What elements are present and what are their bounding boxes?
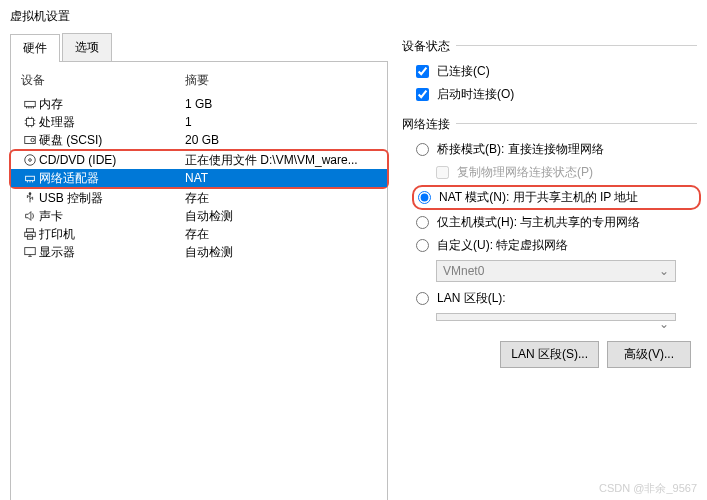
svg-point-18	[29, 159, 32, 162]
device-summary: 1	[185, 115, 377, 129]
radio-bridged[interactable]: 桥接模式(B): 直接连接物理网络	[416, 141, 697, 158]
device-summary: 存在	[185, 226, 377, 243]
list-row-cpu[interactable]: 处理器 1	[11, 113, 387, 131]
checkbox-connect-at-boot[interactable]: 启动时连接(O)	[416, 86, 697, 103]
svg-rect-28	[25, 248, 36, 255]
vmnet-select: VMnet0 ⌄	[436, 260, 676, 282]
header-summary: 摘要	[185, 72, 377, 89]
tab-options[interactable]: 选项	[62, 33, 112, 61]
hostonly-radio-input[interactable]	[416, 216, 429, 229]
checkbox-connected[interactable]: 已连接(C)	[416, 63, 697, 80]
replicate-checkbox-input	[436, 166, 449, 179]
svg-rect-25	[27, 229, 34, 233]
bridged-radio-input[interactable]	[416, 143, 429, 156]
list-row-network[interactable]: 网络适配器 NAT	[11, 169, 387, 187]
network-icon	[21, 171, 39, 185]
nat-radio-input[interactable]	[418, 191, 431, 204]
watermark: CSDN @非余_9567	[599, 481, 697, 496]
checkbox-label: 已连接(C)	[437, 63, 490, 80]
cd-icon	[21, 153, 39, 167]
radio-label: LAN 区段(L):	[437, 290, 506, 307]
tabs: 硬件 选项	[10, 33, 388, 62]
device-label: 处理器	[39, 114, 185, 131]
boot-checkbox-input[interactable]	[416, 88, 429, 101]
device-summary: 自动检测	[185, 244, 377, 261]
device-label: 打印机	[39, 226, 185, 243]
radio-nat[interactable]: NAT 模式(N): 用于共享主机的 IP 地址	[418, 189, 695, 206]
svg-point-17	[25, 155, 36, 166]
radio-lan-segment[interactable]: LAN 区段(L):	[416, 290, 697, 307]
chevron-down-icon: ⌄	[659, 264, 669, 278]
sound-icon	[21, 209, 39, 223]
network-connection-section: 网络连接 桥接模式(B): 直接连接物理网络 复制物理网络连接状态(P) NAT…	[402, 123, 697, 321]
connected-checkbox-input[interactable]	[416, 65, 429, 78]
checkbox-replicate: 复制物理网络连接状态(P)	[436, 164, 697, 181]
radio-host-only[interactable]: 仅主机模式(H): 与主机共享的专用网络	[416, 214, 697, 231]
cpu-icon	[21, 115, 39, 129]
svg-point-16	[31, 138, 35, 142]
checkbox-label: 启动时连接(O)	[437, 86, 514, 103]
section-title: 网络连接	[402, 116, 456, 133]
device-label: 硬盘 (SCSI)	[39, 132, 185, 149]
device-summary: 1 GB	[185, 97, 377, 111]
device-label: USB 控制器	[39, 190, 185, 207]
radio-label: NAT 模式(N): 用于共享主机的 IP 地址	[439, 189, 638, 206]
usb-icon	[21, 191, 39, 205]
svg-rect-6	[27, 119, 34, 126]
list-row-sound[interactable]: 声卡 自动检测	[11, 207, 387, 225]
device-summary: 正在使用文件 D:\VM\VM_ware...	[185, 152, 377, 169]
lan-segment-select: ⌄	[436, 313, 676, 321]
tab-hardware[interactable]: 硬件	[10, 34, 60, 62]
radio-label: 桥接模式(B): 直接连接物理网络	[437, 141, 604, 158]
checkbox-label: 复制物理网络连接状态(P)	[457, 164, 593, 181]
list-row-cd[interactable]: CD/DVD (IDE) 正在使用文件 D:\VM\VM_ware...	[11, 151, 387, 169]
device-label: CD/DVD (IDE)	[39, 153, 185, 167]
select-value: VMnet0	[443, 264, 484, 278]
device-summary: 自动检测	[185, 208, 377, 225]
display-icon	[21, 245, 39, 259]
list-header: 设备 摘要	[11, 62, 387, 95]
device-status-section: 设备状态 已连接(C) 启动时连接(O)	[402, 45, 697, 103]
lan-segments-button[interactable]: LAN 区段(S)...	[500, 341, 599, 368]
svg-rect-15	[25, 137, 36, 144]
list-row-memory[interactable]: 内存 1 GB	[11, 95, 387, 113]
svg-rect-0	[25, 101, 36, 106]
disk-icon	[21, 133, 39, 147]
right-panel: 设备状态 已连接(C) 启动时连接(O) 网络连接	[388, 33, 697, 500]
section-title: 设备状态	[402, 38, 456, 55]
radio-custom[interactable]: 自定义(U): 特定虚拟网络	[416, 237, 697, 254]
chevron-down-icon: ⌄	[659, 317, 669, 331]
header-device: 设备	[21, 72, 185, 89]
svg-rect-19	[26, 176, 35, 180]
buttons-row: LAN 区段(S)... 高级(V)...	[402, 341, 697, 368]
advanced-button[interactable]: 高级(V)...	[607, 341, 691, 368]
nat-highlight-box: NAT 模式(N): 用于共享主机的 IP 地址	[412, 185, 701, 210]
printer-icon	[21, 227, 39, 241]
device-summary: 20 GB	[185, 133, 377, 147]
device-label: 显示器	[39, 244, 185, 261]
device-label: 网络适配器	[39, 170, 185, 187]
list-row-printer[interactable]: 打印机 存在	[11, 225, 387, 243]
list-row-display[interactable]: 显示器 自动检测	[11, 243, 387, 261]
device-list: 设备 摘要 内存 1 GB 处理器 1	[10, 62, 388, 500]
list-row-disk[interactable]: 硬盘 (SCSI) 20 GB	[11, 131, 387, 149]
device-label: 内存	[39, 96, 185, 113]
list-row-usb[interactable]: USB 控制器 存在	[11, 189, 387, 207]
memory-icon	[21, 97, 39, 111]
left-panel: 硬件 选项 设备 摘要 内存 1 GB 处理器	[10, 33, 388, 500]
window-title: 虚拟机设置	[0, 0, 707, 33]
custom-radio-input[interactable]	[416, 239, 429, 252]
lan-radio-input[interactable]	[416, 292, 429, 305]
device-summary: 存在	[185, 190, 377, 207]
radio-label: 自定义(U): 特定虚拟网络	[437, 237, 568, 254]
device-summary: NAT	[185, 171, 377, 185]
device-label: 声卡	[39, 208, 185, 225]
radio-label: 仅主机模式(H): 与主机共享的专用网络	[437, 214, 640, 231]
